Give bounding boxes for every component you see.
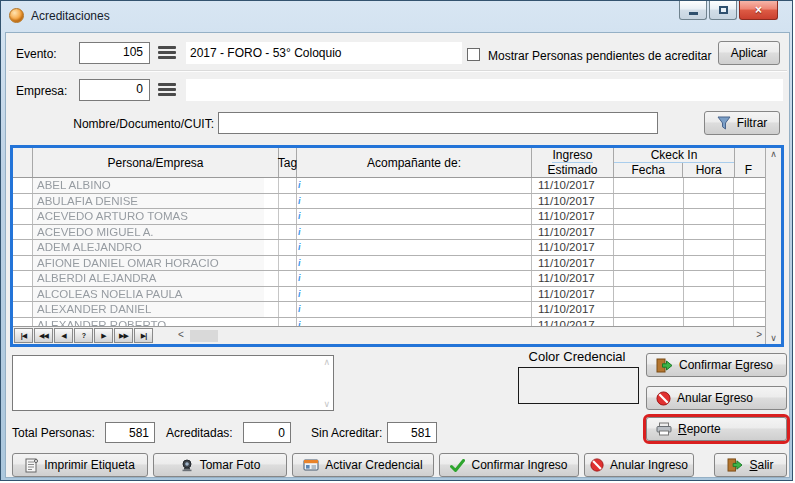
observaciones-memo[interactable]: ∧ ∨ [12,355,334,411]
ingreso-estimado-cell[interactable]: 11/10/2017 [532,271,614,286]
acompanante-cell[interactable]: i [297,256,532,271]
column-ingreso-estimado[interactable]: Ingreso Estimado [532,148,614,177]
grid-body[interactable]: ABEL ALBINO i 11/10/2017 ABULAFIA DENISE… [13,178,765,326]
anular-ingreso-button[interactable]: Anular Ingreso [584,453,694,477]
fecha-cell[interactable] [614,209,684,224]
row-selector-cell[interactable] [13,240,33,255]
partial-cell[interactable] [734,225,765,240]
table-row[interactable]: ALEXANDER DANIEL i 11/10/2017 [13,302,765,318]
tag-cell[interactable] [279,178,297,193]
activar-credencial-button[interactable]: Activar Credencial [292,453,434,477]
partial-cell[interactable] [734,256,765,271]
row-selector-cell[interactable] [13,225,33,240]
confirmar-egreso-button[interactable]: Confirmar Egreso [646,353,787,377]
fecha-cell[interactable] [614,178,684,193]
persona-cell[interactable]: ABEL ALBINO [33,178,279,193]
minimize-button[interactable] [679,1,707,20]
table-row[interactable]: ACEVEDO MIGUEL A. i 11/10/2017 [13,225,765,241]
tomar-foto-button[interactable]: Tomar Foto [153,453,287,477]
horizontal-scroll-thumb[interactable] [190,330,218,342]
titlebar[interactable]: Acreditaciones [1,1,792,30]
persona-cell[interactable]: ALCOLEAS NOELIA PAULA [33,287,279,302]
tag-cell[interactable] [279,209,297,224]
persona-cell[interactable]: ALEXANDER DANIEL [33,302,279,317]
nombre-documento-cuit-input[interactable] [218,112,658,134]
acompanante-cell[interactable]: i [297,302,532,317]
partial-cell[interactable] [734,178,765,193]
hora-cell[interactable] [684,318,734,327]
persona-cell[interactable]: AFIONE DANIEL OMAR HORACIO [33,256,279,271]
table-row[interactable]: ABEL ALBINO i 11/10/2017 [13,178,765,194]
hora-cell[interactable] [684,178,734,193]
row-selector-cell[interactable] [13,178,33,193]
ingreso-estimado-cell[interactable]: 11/10/2017 [532,318,614,327]
tag-cell[interactable] [279,302,297,317]
fecha-cell[interactable] [614,240,684,255]
partial-cell[interactable] [734,209,765,224]
grid-nav-button[interactable]: ◀ [54,328,73,343]
ingreso-estimado-cell[interactable]: 11/10/2017 [532,256,614,271]
tag-cell[interactable] [279,194,297,209]
ingreso-estimado-cell[interactable]: 11/10/2017 [532,194,614,209]
table-row[interactable]: ALCOLEAS NOELIA PAULA i 11/10/2017 [13,287,765,303]
empresa-lookup-icon[interactable] [158,83,176,96]
persona-cell[interactable]: ALBERDI ALEJANDRA [33,271,279,286]
tag-cell[interactable] [279,225,297,240]
acompanante-cell[interactable]: i [297,240,532,255]
acompanante-cell[interactable]: i [297,271,532,286]
persona-cell[interactable]: ACEVEDO MIGUEL A. [33,225,279,240]
scroll-right-icon[interactable]: > [756,329,762,340]
table-row[interactable]: ALBERDI ALEJANDRA i 11/10/2017 [13,271,765,287]
tag-cell[interactable] [279,287,297,302]
column-tag[interactable]: Tag [279,148,297,177]
evento-number-field[interactable]: 105 [79,42,150,64]
table-row[interactable]: ADEM ALEJANDRO i 11/10/2017 [13,240,765,256]
tag-cell[interactable] [279,271,297,286]
table-row[interactable]: ACEVEDO ARTURO TOMAS i 11/10/2017 [13,209,765,225]
ingreso-estimado-cell[interactable]: 11/10/2017 [532,287,614,302]
partial-cell[interactable] [734,318,765,327]
column-hora[interactable]: Hora [683,163,734,177]
row-selector-cell[interactable] [13,287,33,302]
persona-cell[interactable]: ALEXANDER ROBERTO [33,318,279,327]
grid-nav-button[interactable]: ◀◀ [34,328,53,343]
empresa-number-field[interactable]: 0 [79,79,150,101]
column-selector[interactable] [13,148,33,177]
scroll-left-icon[interactable]: < [178,329,184,340]
column-partial[interactable]: F [735,148,765,177]
column-fecha[interactable]: Fecha [614,163,683,177]
salir-button[interactable]: Salir [714,453,787,477]
grid-nav-button[interactable]: ▶▶ [114,328,133,343]
partial-cell[interactable] [734,287,765,302]
ingreso-estimado-cell[interactable]: 11/10/2017 [532,240,614,255]
partial-cell[interactable] [734,302,765,317]
fecha-cell[interactable] [614,225,684,240]
anular-egreso-button[interactable]: Anular Egreso [646,386,787,410]
vertical-scrollbar[interactable]: ∧ ∨ [765,148,781,344]
column-acompanante[interactable]: Acompañante de: [297,148,532,177]
persona-cell[interactable]: ACEVEDO ARTURO TOMAS [33,209,279,224]
table-row[interactable]: AFIONE DANIEL OMAR HORACIO i 11/10/2017 [13,256,765,272]
acompanante-cell[interactable]: i [297,318,532,327]
hora-cell[interactable] [684,256,734,271]
row-selector-cell[interactable] [13,256,33,271]
tag-cell[interactable] [279,256,297,271]
hora-cell[interactable] [684,225,734,240]
fecha-cell[interactable] [614,271,684,286]
persona-cell[interactable]: ADEM ALEJANDRO [33,240,279,255]
row-selector-cell[interactable] [13,302,33,317]
close-button[interactable]: × [739,1,778,20]
hora-cell[interactable] [684,194,734,209]
partial-cell[interactable] [734,194,765,209]
fecha-cell[interactable] [614,287,684,302]
grid-nav-button[interactable]: |◀ [14,328,33,343]
tag-cell[interactable] [279,318,297,327]
imprimir-etiqueta-button[interactable]: Imprimir Etiqueta [12,453,148,477]
acompanante-cell[interactable]: i [297,194,532,209]
table-row[interactable]: ALEXANDER ROBERTO i 11/10/2017 [13,318,765,327]
mostrar-pendientes-checkbox[interactable] [467,48,480,61]
fecha-cell[interactable] [614,194,684,209]
grid-nav-button[interactable]: ▶| [134,328,153,343]
ingreso-estimado-cell[interactable]: 11/10/2017 [532,225,614,240]
column-persona-empresa[interactable]: Persona/Empresa [33,148,279,177]
